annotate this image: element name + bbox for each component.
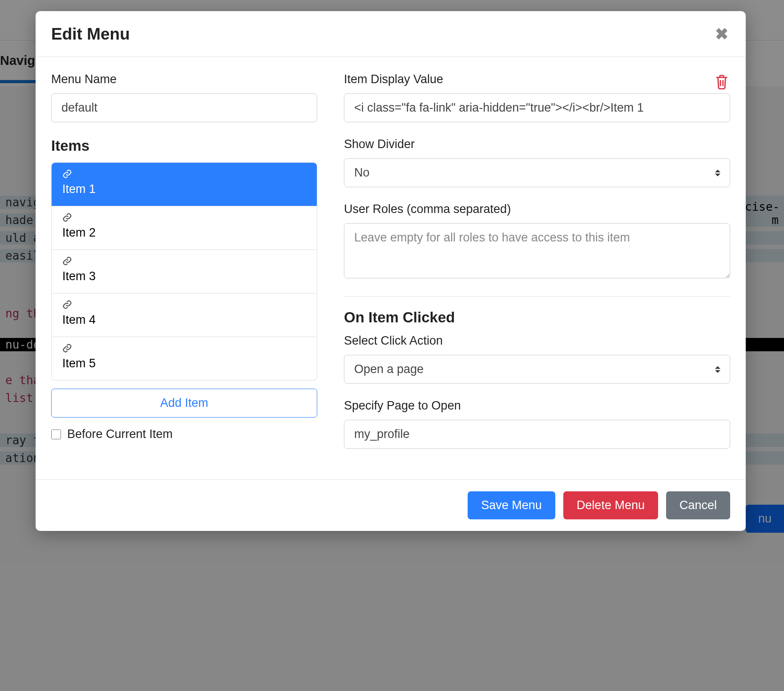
before-current-checkbox[interactable] [51,430,61,439]
item-row-3[interactable]: Item 3 [52,250,317,293]
before-current-label: Before Current Item [67,427,173,441]
user-roles-textarea[interactable] [344,223,730,278]
show-divider-group: Show Divider No [344,137,730,187]
user-roles-group: User Roles (comma separated) [344,202,730,280]
right-column: Item Display Value Show Divider No [344,72,730,464]
modal-header: Edit Menu ✖ [36,11,746,57]
item-label: Item 1 [62,182,96,196]
modal-body: Menu Name Items Item 1 Item 2 [36,57,746,479]
section-divider [344,296,730,297]
display-value-label: Item Display Value [344,72,443,86]
cancel-button[interactable]: Cancel [666,491,730,519]
link-icon [62,343,306,355]
display-value-header: Item Display Value [344,72,730,93]
item-row-2[interactable]: Item 2 [52,206,317,250]
left-column: Menu Name Items Item 1 Item 2 [51,72,317,464]
link-icon [62,169,306,181]
menu-name-group: Menu Name [51,72,317,122]
on-item-clicked-title: On Item Clicked [344,309,730,326]
display-value-input[interactable] [344,93,730,122]
modal-footer: Save Menu Delete Menu Cancel [36,479,746,531]
delete-item-button[interactable] [713,72,730,93]
edit-menu-modal: Edit Menu ✖ Menu Name Items Item 1 [36,11,746,531]
click-action-label: Select Click Action [344,334,730,348]
item-label: Item 3 [62,269,96,283]
click-action-group: Select Click Action Open a page [344,334,730,384]
menu-name-input[interactable] [51,93,317,122]
trash-icon [714,73,729,90]
click-action-select[interactable]: Open a page [344,355,730,384]
before-current-checkbox-row[interactable]: Before Current Item [51,427,317,441]
page-to-open-input[interactable] [344,420,730,449]
items-title: Items [51,137,317,154]
link-icon [62,256,306,268]
page-to-open-label: Specify Page to Open [344,399,730,413]
save-menu-button[interactable]: Save Menu [468,491,555,519]
link-icon [62,300,306,311]
item-row-5[interactable]: Item 5 [52,337,317,380]
item-row-1[interactable]: Item 1 [52,163,317,206]
close-button[interactable]: ✖ [713,24,730,44]
item-label: Item 2 [62,226,96,239]
delete-menu-button[interactable]: Delete Menu [563,491,658,519]
item-label: Item 5 [62,357,96,370]
item-label: Item 4 [62,313,96,326]
menu-name-label: Menu Name [51,72,317,86]
link-icon [62,213,306,224]
items-list: Item 1 Item 2 Item 3 [51,162,317,381]
add-item-button[interactable]: Add Item [51,389,317,418]
modal-title: Edit Menu [51,25,130,44]
close-icon: ✖ [715,25,728,43]
page-to-open-group: Specify Page to Open [344,399,730,449]
show-divider-select[interactable]: No [344,158,730,187]
user-roles-label: User Roles (comma separated) [344,202,730,216]
display-value-group: Item Display Value [344,72,730,122]
show-divider-label: Show Divider [344,137,730,151]
item-row-4[interactable]: Item 4 [52,293,317,337]
